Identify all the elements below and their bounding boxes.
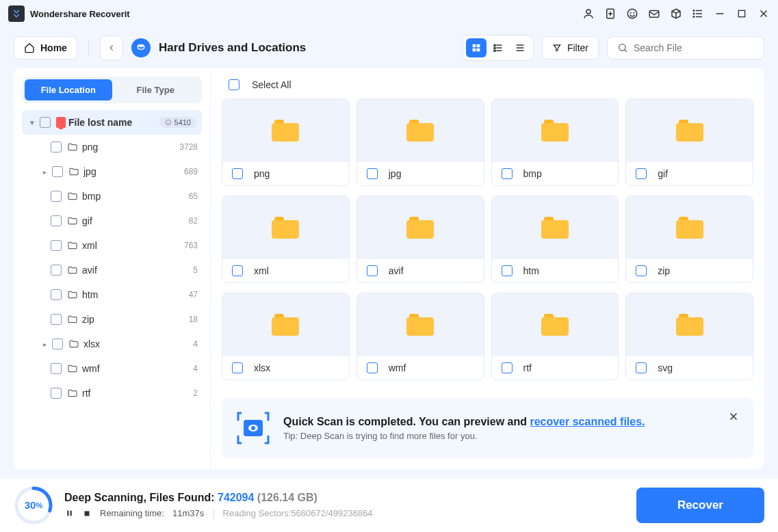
checkbox[interactable]	[232, 265, 243, 276]
tree-item[interactable]: png3728	[22, 135, 202, 159]
caret-right-icon[interactable]: ▸	[40, 168, 49, 176]
tab-file-type[interactable]: File Type	[112, 79, 200, 101]
file-tree[interactable]: ▼ File lost name 5410 png3728▸jpg689bmp6…	[22, 110, 202, 461]
tree-item[interactable]: ▸jpg689	[22, 159, 202, 184]
folder-card[interactable]: bmp	[491, 98, 619, 186]
checkbox[interactable]	[51, 240, 62, 251]
checkbox[interactable]	[51, 191, 62, 202]
caret-right-icon[interactable]: ▸	[40, 341, 49, 348]
tree-item[interactable]: wmf4	[22, 356, 202, 381]
folder-icon	[406, 314, 434, 336]
close-icon[interactable]	[757, 8, 770, 20]
select-all-row[interactable]: Select All	[222, 79, 753, 90]
view-detail-button[interactable]	[510, 38, 530, 57]
folder-card[interactable]: wmf	[356, 293, 484, 380]
tree-item-label: xlsx	[83, 338, 193, 349]
checkbox[interactable]	[51, 388, 62, 399]
filter-button[interactable]: Filter	[542, 36, 599, 59]
banner-close-button[interactable]	[727, 410, 740, 426]
stop-button[interactable]	[82, 509, 92, 518]
checkbox[interactable]	[51, 265, 62, 276]
pause-button[interactable]	[64, 509, 74, 518]
svg-rect-14	[477, 49, 480, 52]
checkbox[interactable]	[51, 215, 62, 226]
document-icon[interactable]	[604, 8, 617, 20]
folder-card[interactable]: zip	[625, 196, 753, 283]
search-box[interactable]	[607, 36, 764, 59]
view-mode-group	[463, 35, 534, 61]
lost-file-icon	[56, 117, 66, 128]
folder-icon	[541, 314, 569, 336]
tree-item[interactable]: rtf2	[22, 381, 202, 405]
folder-card[interactable]: jpg	[356, 98, 484, 186]
tree-item[interactable]: avif5	[22, 258, 202, 282]
tree-item[interactable]: ▸xlsx4	[22, 332, 202, 356]
checkbox[interactable]	[367, 168, 378, 179]
folder-card[interactable]: xml	[222, 196, 350, 283]
tree-item[interactable]: htm47	[22, 282, 202, 307]
tree-item-count: 4	[193, 339, 198, 349]
checkbox[interactable]	[367, 362, 378, 373]
checkbox[interactable]	[636, 168, 647, 179]
checkbox[interactable]	[51, 363, 62, 374]
tree-item-label: xml	[82, 240, 184, 251]
checkbox[interactable]	[636, 265, 647, 276]
svg-rect-15	[494, 44, 495, 46]
tree-item[interactable]: xml763	[22, 233, 202, 258]
package-icon[interactable]	[670, 8, 682, 20]
view-grid-button[interactable]	[466, 38, 487, 57]
checkbox[interactable]	[502, 265, 513, 276]
minimize-icon[interactable]	[714, 8, 726, 20]
folder-card[interactable]: avif	[356, 196, 484, 283]
tab-file-location[interactable]: File Location	[25, 79, 112, 101]
recover-files-link[interactable]: recover scanned files.	[530, 416, 645, 427]
folder-card[interactable]: htm	[491, 196, 619, 283]
checkbox[interactable]	[636, 362, 647, 373]
checkbox[interactable]	[40, 117, 51, 128]
tree-item-count: 47	[189, 290, 198, 300]
support-icon[interactable]	[626, 8, 638, 20]
checkbox[interactable]	[502, 168, 513, 179]
tree-root-row[interactable]: ▼ File lost name 5410	[22, 110, 202, 135]
maximize-icon[interactable]	[736, 8, 748, 20]
checkbox[interactable]	[52, 166, 63, 177]
view-list-button[interactable]	[488, 38, 508, 57]
checkbox[interactable]	[52, 338, 63, 349]
checkbox[interactable]	[51, 314, 62, 325]
account-icon[interactable]	[582, 8, 595, 20]
back-button[interactable]	[100, 36, 123, 60]
folder-card[interactable]: png	[222, 98, 350, 186]
folder-outline-icon	[67, 388, 78, 399]
divider	[88, 40, 89, 56]
select-all-checkbox[interactable]	[229, 79, 239, 90]
tree-item-count: 18	[189, 315, 198, 324]
tree-item[interactable]: gif82	[22, 209, 202, 233]
remaining-value: 11m37s	[172, 508, 204, 518]
toolbar: Home Hard Drives and Locations Filter	[0, 27, 778, 68]
recover-button[interactable]: Recover	[636, 488, 764, 523]
checkbox[interactable]	[232, 362, 243, 373]
svg-point-8	[693, 16, 695, 18]
search-input[interactable]	[634, 42, 754, 53]
tree-item[interactable]: bmp65	[22, 184, 202, 209]
folder-card[interactable]: svg	[625, 293, 753, 380]
folder-card[interactable]: rtf	[491, 293, 619, 380]
folder-outline-icon	[67, 363, 78, 374]
folder-card-label: wmf	[389, 362, 406, 373]
caret-down-icon[interactable]: ▼	[27, 119, 37, 127]
checkbox[interactable]	[232, 168, 243, 179]
tree-item[interactable]: zip18	[22, 307, 202, 332]
checkbox[interactable]	[51, 289, 62, 300]
mail-icon[interactable]	[648, 8, 660, 20]
folder-card[interactable]: gif	[625, 98, 753, 186]
svg-point-10	[138, 44, 144, 47]
checkbox[interactable]	[367, 265, 378, 276]
tree-item-count: 2	[193, 388, 198, 398]
folder-card[interactable]: xlsx	[222, 293, 350, 380]
home-label: Home	[40, 42, 67, 53]
folder-outline-icon	[68, 166, 79, 177]
home-button[interactable]: Home	[14, 36, 77, 59]
menu-list-icon[interactable]	[692, 8, 704, 20]
checkbox[interactable]	[51, 142, 62, 152]
checkbox[interactable]	[502, 362, 513, 373]
